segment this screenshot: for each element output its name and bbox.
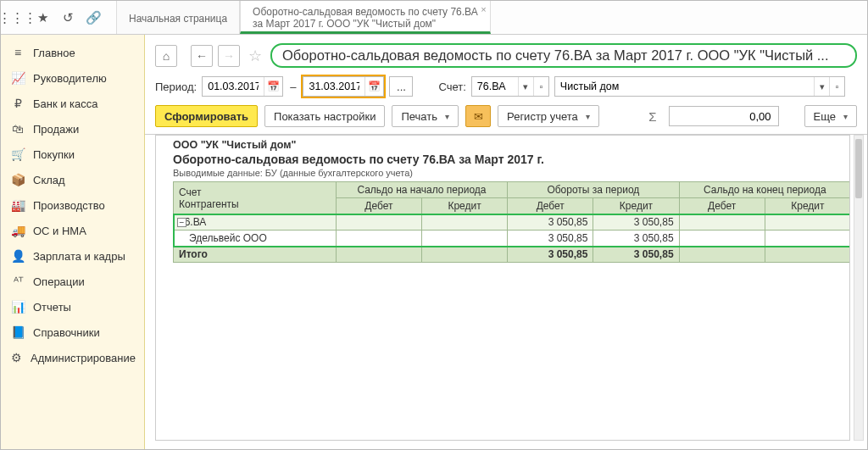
vertical-scrollbar[interactable] bbox=[854, 135, 864, 441]
mail-button[interactable]: ✉ bbox=[465, 105, 491, 127]
sidebar-item-stock[interactable]: 📦Склад bbox=[1, 167, 144, 192]
sidebar-item-bank[interactable]: ₽Банк и касса bbox=[1, 91, 144, 116]
organization-field[interactable]: ▾ ▫ bbox=[554, 76, 845, 97]
report-table: СчетКонтрагенты Сальдо на начало периода… bbox=[173, 181, 850, 263]
sidebar-item-references[interactable]: 📘Справочники bbox=[1, 319, 144, 345]
col-close-debit: Дебет bbox=[679, 198, 765, 214]
chart-icon: 📈 bbox=[11, 71, 25, 85]
dropdown-icon[interactable]: ▾ bbox=[518, 77, 533, 96]
link-icon[interactable]: 🔗 bbox=[82, 7, 104, 29]
account-label: Счет: bbox=[438, 81, 465, 93]
period-from-field[interactable]: 📅 bbox=[202, 76, 283, 97]
sidebar-item-reports[interactable]: 📊Отчеты bbox=[1, 294, 144, 319]
sidebar-item-label: Зарплата и кадры bbox=[33, 250, 125, 263]
sidebar-item-label: Банк и касса bbox=[33, 97, 98, 110]
mail-icon: ✉ bbox=[474, 110, 483, 123]
cell: 3 050,85 bbox=[593, 231, 679, 247]
ruble-icon: ₽ bbox=[11, 97, 25, 110]
cell bbox=[336, 231, 421, 247]
row-label: Эдельвейс ООО bbox=[189, 232, 267, 244]
forward-button[interactable]: → bbox=[218, 45, 240, 67]
bars-icon: 📊 bbox=[11, 300, 25, 314]
more-button[interactable]: Еще▾ bbox=[804, 105, 857, 127]
table-row[interactable]: −76.ВА 3 050,85 3 050,85 bbox=[174, 214, 851, 231]
report-company: ООО "УК "Чистый дом" bbox=[173, 139, 844, 151]
chevron-down-icon: ▾ bbox=[843, 112, 848, 121]
sidebar-item-main[interactable]: ≡Главное bbox=[1, 40, 144, 65]
settings-button[interactable]: Показать настройки bbox=[264, 105, 385, 127]
sidebar-item-label: Продажи bbox=[33, 123, 79, 136]
tab-home-label: Начальная страница bbox=[129, 13, 227, 25]
calendar-icon[interactable]: 📅 bbox=[364, 77, 383, 96]
register-button[interactable]: Регистр учета▾ bbox=[498, 105, 599, 127]
collapse-icon[interactable]: − bbox=[177, 218, 186, 227]
period-to-field[interactable]: 📅 bbox=[303, 76, 384, 97]
report-subtitle: Выводимые данные: БУ (данные бухгалтерск… bbox=[173, 168, 844, 178]
open-icon[interactable]: ▫ bbox=[829, 77, 844, 96]
sidebar-item-admin[interactable]: ⚙Администрирование bbox=[1, 345, 144, 370]
cell: 3 050,85 bbox=[508, 214, 593, 231]
sidebar-item-label: Склад bbox=[33, 174, 65, 186]
sidebar: ≡Главное 📈Руководителю ₽Банк и касса 🛍Пр… bbox=[1, 35, 145, 449]
col-open-debit: Дебет bbox=[336, 198, 421, 214]
ops-icon: ᴬᵀ bbox=[11, 275, 25, 288]
account-input[interactable] bbox=[472, 81, 518, 92]
cell bbox=[679, 214, 765, 231]
tab-home[interactable]: Начальная страница bbox=[116, 1, 240, 34]
run-button[interactable]: Сформировать bbox=[155, 105, 258, 127]
table-row[interactable]: Эдельвейс ООО 3 050,85 3 050,85 bbox=[174, 231, 851, 247]
col-close-credit: Кредит bbox=[765, 198, 850, 214]
organization-input[interactable] bbox=[555, 81, 814, 92]
sidebar-item-sales[interactable]: 🛍Продажи bbox=[1, 116, 144, 142]
cell: 3 050,85 bbox=[593, 247, 679, 263]
sidebar-item-label: Главное bbox=[33, 47, 75, 59]
period-from-input[interactable] bbox=[203, 81, 264, 92]
period-dash: – bbox=[288, 81, 298, 93]
chevron-down-icon: ▾ bbox=[445, 112, 449, 121]
sidebar-item-payroll[interactable]: 👤Зарплата и кадры bbox=[1, 243, 144, 269]
tab-close-icon[interactable]: × bbox=[481, 4, 486, 14]
cell bbox=[421, 247, 507, 263]
sidebar-item-label: Руководителю bbox=[33, 72, 107, 85]
scrollbar-thumb[interactable] bbox=[855, 139, 862, 198]
period-to-input[interactable] bbox=[303, 81, 364, 92]
calendar-icon[interactable]: 📅 bbox=[264, 77, 282, 96]
sidebar-item-label: Отчеты bbox=[33, 301, 71, 314]
open-icon[interactable]: ▫ bbox=[533, 77, 548, 96]
top-toolbar: ⋮⋮⋮ ★ ↺ 🔗 Начальная страница Оборотно-са… bbox=[1, 1, 867, 35]
sidebar-item-production[interactable]: 🏭Производство bbox=[1, 192, 144, 218]
cell bbox=[336, 247, 421, 263]
star-icon[interactable]: ★ bbox=[31, 7, 53, 29]
sum-field[interactable] bbox=[669, 106, 779, 126]
sidebar-item-label: ОС и НМА bbox=[33, 225, 86, 237]
cell: 3 050,85 bbox=[593, 214, 679, 231]
tab-report[interactable]: Оборотно-сальдовая ведомость по счету 76… bbox=[240, 1, 491, 34]
col-close: Сальдо на конец периода bbox=[679, 182, 850, 198]
bag-icon: 🛍 bbox=[11, 122, 25, 136]
home-button[interactable]: ⌂ bbox=[155, 45, 177, 67]
cell bbox=[336, 214, 421, 231]
sidebar-item-assets[interactable]: 🚚ОС и НМА bbox=[1, 218, 144, 243]
cell: 3 050,85 bbox=[508, 231, 593, 247]
period-picker-button[interactable]: ... bbox=[389, 76, 413, 97]
truck-icon: 🚚 bbox=[11, 224, 25, 237]
apps-icon[interactable]: ⋮⋮⋮ bbox=[6, 7, 28, 29]
factory-icon: 🏭 bbox=[11, 198, 25, 212]
sidebar-item-manager[interactable]: 📈Руководителю bbox=[1, 65, 144, 91]
chevron-down-icon: ▾ bbox=[586, 112, 590, 121]
cell bbox=[421, 214, 507, 231]
col-turn-debit: Дебет bbox=[508, 198, 593, 214]
period-label: Период: bbox=[155, 81, 197, 93]
sidebar-item-label: Операции bbox=[33, 275, 85, 288]
sidebar-item-label: Справочники bbox=[33, 326, 100, 339]
favorite-star-icon[interactable]: ☆ bbox=[245, 47, 265, 65]
account-field[interactable]: ▾ ▫ bbox=[471, 76, 549, 97]
cell bbox=[765, 231, 850, 247]
back-button[interactable]: ← bbox=[191, 45, 213, 67]
sidebar-item-operations[interactable]: ᴬᵀОперации bbox=[1, 269, 144, 294]
sidebar-item-purchases[interactable]: 🛒Покупки bbox=[1, 142, 144, 167]
gear-icon: ⚙ bbox=[11, 351, 22, 364]
dropdown-icon[interactable]: ▾ bbox=[814, 77, 829, 96]
history-icon[interactable]: ↺ bbox=[57, 7, 79, 29]
print-button[interactable]: Печать▾ bbox=[392, 105, 459, 127]
